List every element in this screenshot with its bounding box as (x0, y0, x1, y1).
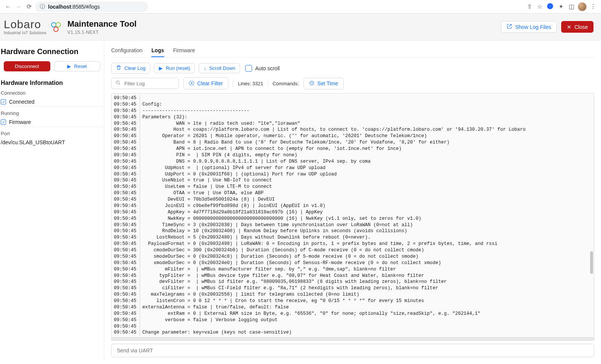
nav-back-icon[interactable]: ← (4, 3, 12, 11)
divider (268, 80, 268, 87)
filter-input[interactable] (124, 80, 175, 87)
app-title-block: Maintenance Tool V1.15.1-NEXT (68, 19, 137, 35)
log-line: 09:50:45 mFilter = | wMBus manufacturer … (114, 266, 592, 273)
send-input-wrap[interactable] (111, 344, 594, 357)
connection-value: Connected (9, 99, 35, 105)
clear-icon: ⓧ (189, 80, 194, 87)
log-line: 09:50:45 APN = iot.1nce.net | APN to con… (114, 146, 592, 152)
external-link-icon (507, 24, 512, 30)
tab-configuration[interactable]: Configuration (111, 44, 142, 57)
clear-log-button[interactable]: Clear Log (111, 63, 150, 74)
log-line: 09:50:45 WAN = lte | radio tech used: "l… (114, 121, 592, 127)
log-line: 09:50:45Parameters (32): (114, 114, 592, 121)
tab-firmware[interactable]: Firmware (173, 44, 195, 57)
auto-scroll-label: Auto scroll (255, 65, 279, 71)
auto-scroll-checkbox[interactable] (245, 65, 252, 72)
clear-log-label: Clear Log (124, 65, 145, 71)
log-line: 09:50:45 RndDelay = 10 (0x20032408) | Ra… (114, 228, 592, 234)
log-line: 09:50:45 OTAA = true | Use OTAA, else AB… (114, 190, 592, 196)
log-line: 09:50:45 UseLtem = false | Use LTE-M to … (114, 184, 592, 190)
close-button[interactable]: ✕ Close (561, 21, 593, 33)
show-log-files-label: Show Log Files (515, 24, 551, 30)
kebab-menu-icon[interactable]: ⋮ (589, 3, 597, 11)
main-split: Hardware Connection Disconnect ▶ Reset H… (0, 41, 601, 362)
nav-reload-icon[interactable]: ⟳ (25, 3, 33, 11)
clear-filter-button[interactable]: ⓧ Clear Filter (183, 77, 228, 89)
filter-row: ⓧ Clear Filter Lines: 3321 Commands: Set… (111, 77, 594, 93)
extension-1password-icon[interactable]: ⓿ (546, 3, 554, 11)
run-reset-button[interactable]: ▶ Run (reset) (154, 63, 195, 73)
log-line: 09:50:45Config: (114, 101, 592, 108)
log-line: 09:50:45 Host = coaps://platform.lobaro.… (114, 127, 592, 133)
disconnect-button[interactable]: Disconnect (4, 61, 50, 71)
log-line: 09:50:45 Band = 8 | Radio Band to use ('… (114, 139, 592, 146)
close-icon: ✕ (567, 24, 571, 30)
content-panel: Configuration Logs Firmware Clear Log ▶ … (104, 41, 601, 362)
share-icon[interactable]: ⇪ (525, 3, 533, 11)
hw-info-title: Hardware Information (1, 80, 103, 86)
sidebar: Hardware Connection Disconnect ▶ Reset H… (0, 41, 104, 362)
running-checkbox[interactable] (1, 119, 6, 125)
extensions-icon[interactable]: ✦ (557, 3, 565, 11)
log-line: 09:50:45 UdpHost = | (optional) IPv4 of … (114, 165, 592, 171)
port-value: /dev/cu.SLAB_USBtoUART (1, 139, 65, 145)
arrow-down-icon: ↓ (204, 65, 206, 71)
horizontal-scrollbar[interactable] (112, 337, 594, 341)
log-line: 09:50:45 verbose = false | Verbose loggi… (114, 317, 592, 323)
svg-point-2 (54, 27, 58, 32)
running-label: Running (1, 110, 103, 116)
scroll-thumb[interactable] (590, 251, 593, 274)
filter-input-wrap[interactable] (111, 78, 179, 89)
scroll-down-label: Scroll Down (209, 65, 235, 71)
logo-subtitle: Industrial IoT Solutions (4, 31, 47, 35)
profile-avatar[interactable] (578, 2, 587, 11)
url-bar[interactable]: ⓘ localhost:8585/#/logs (35, 2, 148, 12)
play-icon: ▶ (159, 65, 163, 71)
log-line: 09:50:45Change parameter: key=value (key… (114, 329, 592, 336)
log-line: 09:50:45 typFilter = | wMBus device type… (114, 273, 592, 279)
info-icon: ⓘ (40, 3, 45, 10)
log-line: 09:50:45 PayloadFormat = 0 (0x20032498) … (114, 241, 592, 247)
side-panel-icon[interactable]: ◫ (567, 3, 575, 11)
set-time-button[interactable]: Set Time (304, 78, 344, 89)
app-version: V1.15.1-NEXT (68, 30, 137, 35)
log-line: 09:50:45 smodeDurSec = 0 (0x200324c8) | … (114, 254, 592, 260)
log-line: 09:50:45 UseNbiot = true | Use NB-IoT to… (114, 177, 592, 184)
log-line: 09:50:45 PIN = | SIM PIN (4 digits, empt… (114, 152, 592, 159)
log-line: 09:50:45 devFilter = | wMBus id filter e… (114, 279, 592, 285)
log-line: 09:50:45 DNS = 9.9.9.9,8.8.8.8,1.1.1.1 |… (114, 159, 592, 165)
logo-glyph-icon (50, 21, 62, 33)
bookmark-icon[interactable]: ☆ (536, 3, 544, 11)
show-log-files-button[interactable]: Show Log Files (501, 21, 557, 33)
play-icon: ▶ (67, 63, 71, 69)
send-uart-input[interactable] (116, 347, 589, 354)
log-line: 09:50:45 (114, 323, 592, 330)
log-line: 09:50:45 AppKey = 4d7f7718d29a0b18f21a83… (114, 209, 592, 216)
close-label: Close (574, 24, 588, 30)
logo-text: Lobaro (4, 19, 41, 30)
clear-filter-label: Clear Filter (197, 80, 223, 86)
tab-logs[interactable]: Logs (151, 44, 164, 57)
log-line: 09:50:45 DevEUI = 70b3d5e05001024a (8) |… (114, 196, 592, 203)
scroll-down-button[interactable]: ↓ Scroll Down (199, 63, 240, 73)
log-output[interactable]: 09:50:4509:50:45Config:09:50:45---------… (111, 93, 594, 341)
log-line: 09:50:45externalAntenna = false | true/f… (114, 304, 592, 311)
log-line: 09:50:45 NwkKey = 0000000000000000000000… (114, 216, 592, 222)
nav-forward-icon[interactable]: → (14, 3, 23, 11)
commands-label: Commands: (273, 81, 299, 86)
set-time-label: Set Time (317, 80, 338, 86)
svg-point-1 (56, 23, 60, 27)
port-row: /dev/cu.SLAB_USBtoUART (0, 138, 104, 147)
log-line: 09:50:45--------------------------------… (114, 108, 592, 114)
auto-scroll-toggle[interactable]: Auto scroll (245, 65, 279, 72)
connection-checkbox[interactable] (1, 99, 6, 104)
log-line: 09:50:45 ciFilter = | wMBus CI-Field fil… (114, 285, 592, 292)
reset-button[interactable]: ▶ Reset (54, 61, 101, 71)
svg-point-0 (51, 23, 56, 27)
vertical-scrollbar[interactable] (589, 94, 593, 336)
running-value: Firmware (9, 119, 31, 125)
connection-row: Connected (0, 97, 104, 107)
sidebar-title: Hardware Connection (1, 47, 103, 56)
run-reset-label: Run (reset) (166, 65, 190, 71)
log-line: 09:50:45 extRam = 0 | External RAM size … (114, 311, 592, 317)
